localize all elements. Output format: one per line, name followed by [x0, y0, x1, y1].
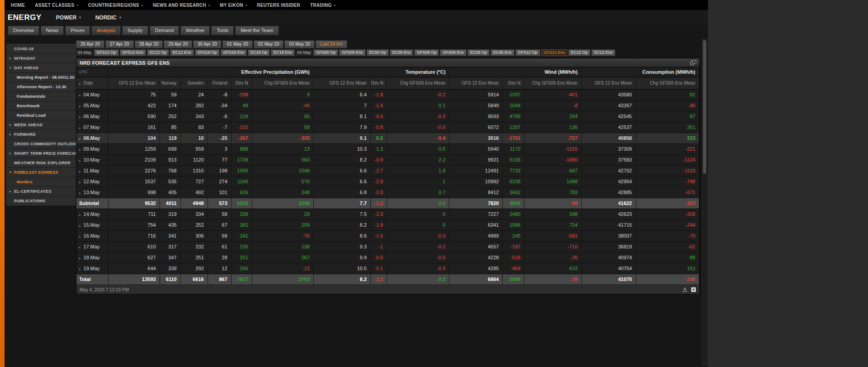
topnav-item-trading[interactable]: TRADING▾: [305, 0, 340, 10]
date-tab-27-apr-20[interactable]: 27 Apr 20: [105, 40, 134, 48]
column-header-gfs-12-ens-mean-10[interactable]: GFS 12 Ens Mean: [449, 77, 503, 89]
table-row-12-may[interactable]: ▸12.May153753572727411665766.6-2.9110992…: [76, 176, 699, 187]
column-header-gfs-12-ens-mean-1[interactable]: GFS 12 Ens Mean: [108, 77, 160, 89]
column-header-dev-n-8[interactable]: Dev N: [371, 77, 387, 89]
run-tab-ec18-op[interactable]: EC18 Op: [248, 49, 270, 56]
table-row-09-may[interactable]: ▸09.May125969955838881310.31.30.55940117…: [76, 143, 699, 154]
table-row-13-may[interactable]: ▸13.May9984054921016262486.8-2.80.784123…: [76, 187, 699, 198]
topnav-item-news-and-research[interactable]: NEWS AND RESEARCH▾: [148, 0, 215, 10]
topnav-item-my-eikon[interactable]: MY EIKON▾: [215, 0, 252, 10]
table-row-15-may[interactable]: ▸15.May754435252673812098.2-1.8063411596…: [76, 219, 699, 230]
date-tab-28-apr-20[interactable]: 28 Apr 20: [135, 40, 163, 48]
tab-news[interactable]: News: [41, 26, 64, 35]
popout-icon[interactable]: [690, 60, 696, 65]
column-header-dev-n-5[interactable]: Dev N: [231, 77, 252, 89]
header-menu-power[interactable]: POWER▾: [56, 14, 81, 21]
run-tab-gfs12-ens[interactable]: GFS12 Ens: [541, 49, 568, 56]
sidebar-item-el-certificates[interactable]: ▸EL-CERTIFICATES: [6, 187, 76, 196]
date-tab-26-apr-20[interactable]: 26 Apr 20: [76, 40, 104, 48]
table-row-16-may[interactable]: ▸16.May71634130668341-768.6-1.5-0.349892…: [76, 230, 699, 241]
sidebar-item-nordics[interactable]: Nordics: [6, 177, 76, 187]
run-tab-gfs06-op[interactable]: GFS06 Op: [414, 49, 439, 56]
sidebar-item-cross-commodity-outlook[interactable]: CROSS COMMODITY OUTLOOK: [6, 139, 76, 149]
column-header-gfs-12-ens-mean-13[interactable]: GFS 12 Ens Mean: [581, 77, 636, 89]
table-row-04-may[interactable]: ▸04.May755924-8-29896.4-1.8-0.259141097-…: [76, 89, 699, 100]
run-tab-ec06-ens[interactable]: EC06 Ens: [491, 49, 514, 56]
tab-supply[interactable]: Supply: [122, 26, 148, 35]
run-tab-gfs00-op[interactable]: GFS00 Op: [313, 49, 338, 56]
topnav-item-reuters-insider[interactable]: REUTERS INSIDER: [252, 0, 305, 10]
topnav-item-asset-classes[interactable]: ASSET CLASSES▾: [30, 0, 83, 10]
date-tab-02-may-20[interactable]: 02 May 20: [254, 40, 284, 48]
scrollbar-thumb[interactable]: [703, 40, 706, 174]
sidebar-item-weather-risk-explorer[interactable]: WEATHER RISK EXPLORER: [6, 158, 76, 168]
run-tab-gfs18-ens[interactable]: GFS18 Ens: [221, 49, 247, 56]
sidebar-item-covid-19[interactable]: COVID-19: [6, 44, 76, 54]
topnav-item-countries-regions[interactable]: COUNTRIES/REGIONS▾: [83, 0, 148, 10]
run-tab-ec12-ens[interactable]: EC12 Ens: [591, 49, 615, 56]
table-row-total[interactable]: Total1359361106616867762727638.2-1.20.26…: [76, 274, 699, 285]
run-tab-ec06-op[interactable]: EC06 Op: [467, 49, 490, 56]
sidebar-item-forecast-express[interactable]: ▾FORECAST EXPRESS: [6, 168, 76, 177]
sidebar-item-fundamentals[interactable]: Fundamentals: [6, 92, 76, 101]
tab-tools[interactable]: Tools: [211, 26, 234, 35]
sidebar-item-publications[interactable]: PUBLICATIONS: [6, 196, 76, 206]
sidebar-item-day-ahead[interactable]: ▾DAY AHEAD: [6, 63, 76, 73]
table-row-19-may[interactable]: ▸19.May64433929212266-1210.5-0.1-0.54285…: [76, 263, 699, 274]
sidebar-item-week-ahead[interactable]: ▸WEEK AHEAD: [6, 120, 76, 130]
tab-weather[interactable]: Weather: [180, 26, 210, 35]
run-tab-gfs12-op[interactable]: GFS12 Op: [515, 49, 540, 56]
run-tab-ec00-op[interactable]: EC00 Op: [367, 49, 389, 56]
column-header-chg-gfs06-ens-mean-9[interactable]: Chg GFS06 Ens Mean: [387, 77, 449, 89]
run-tab-ec12-ens[interactable]: EC12 Ens: [170, 49, 194, 56]
run-tab-gfs00-ens[interactable]: GFS00 Ens: [339, 49, 366, 56]
run-tab-ec00-ens[interactable]: EC00 Ens: [390, 49, 414, 56]
excel-export-icon[interactable]: [691, 287, 696, 292]
vertical-scrollbar[interactable]: [702, 38, 707, 366]
column-header-chg-gfs06-ens-mean-12[interactable]: Chg GFS06 Ens Mean: [524, 77, 581, 89]
table-row-subtotal[interactable]: Subtotal953240114948573581522087.7-1.20.…: [76, 198, 699, 209]
column-header-gfs-12-ens-mean-7[interactable]: GFS 12 Ens Mean: [314, 77, 371, 89]
sidebar-item-residual-load[interactable]: Residual Load: [6, 111, 76, 120]
table-row-17-may[interactable]: ▸17.May610317232612351389.3-1-0.24557-18…: [76, 241, 699, 252]
tab-analysis[interactable]: Analysis: [91, 26, 121, 35]
date-tab-last-24-hrs[interactable]: Last 24 hrs: [316, 40, 347, 48]
table-row-06-may[interactable]: ▸06.May590252343-6218658.1-0.4-0.2959347…: [76, 111, 699, 122]
run-tab-ec12-op[interactable]: EC12 Op: [147, 49, 169, 56]
date-tab-29-apr-20[interactable]: 29 Apr 20: [164, 40, 192, 48]
run-tab-gfs12-ens[interactable]: GFS12 Ens: [120, 49, 146, 56]
column-header-dev-n-11[interactable]: Dev N: [503, 77, 524, 89]
sidebar-item-afternoon-report-13-30[interactable]: Afternoon Report - 13.30: [6, 82, 76, 92]
topnav-item-home[interactable]: HOME: [6, 0, 30, 10]
date-tab-30-apr-20[interactable]: 30 Apr 20: [193, 40, 222, 48]
table-row-05-may[interactable]: ▸05.May422174282-3449-497-1.40.158491044…: [76, 100, 699, 111]
sidebar-item-morning-report-08-00-11-00[interactable]: Morning Report - 08.00/11.00: [6, 73, 76, 82]
table-row-11-may[interactable]: ▸11.May22767681310198190510486.6-2.71.81…: [76, 165, 699, 176]
sidebar-item-intraday[interactable]: ▸INTRADAY: [6, 54, 76, 63]
column-header-chg-gfs06-ens-mean-6[interactable]: Chg GFS06 Ens Mean: [252, 77, 313, 89]
sidebar-item-short-term-price-forecast[interactable]: ▸SHORT TERM PRICE FORECAST: [6, 149, 76, 158]
column-header-chg-gfs06-ens-mean-14[interactable]: Chg GFS06 Ens Mean: [636, 77, 699, 89]
run-tab-ec12-op[interactable]: EC12 Op: [568, 49, 590, 56]
sidebar-item-benchmark[interactable]: Benchmark: [6, 101, 76, 111]
table-row-10-may[interactable]: ▸10.May210991311207717385608.2-0.92.2992…: [76, 154, 699, 165]
column-header-finland-4[interactable]: Finland: [208, 77, 231, 89]
table-row-14-may[interactable]: ▸14.May71131933458338297.5-2.30722724803…: [76, 209, 699, 219]
tab-meet-the-team[interactable]: Meet the Team: [235, 26, 279, 35]
run-tab-ec18-ens[interactable]: EC18 Ens: [271, 49, 295, 56]
column-header-norway-2[interactable]: Norway: [160, 77, 180, 89]
date-tab-01-may-20[interactable]: 01 May 20: [222, 40, 253, 48]
table-row-18-may[interactable]: ▸18.May627347251282512679.9-0.5-0.54228-…: [76, 252, 699, 263]
sidebar-item-forward[interactable]: ▸FORWARD: [6, 130, 76, 139]
header-menu-nordic[interactable]: NORDIC▾: [95, 14, 121, 21]
column-header-sweden-3[interactable]: Sweden: [180, 77, 208, 89]
chart-download-icon[interactable]: [682, 287, 688, 292]
tab-demand[interactable]: Demand: [150, 26, 179, 35]
date-tab-03-may-20[interactable]: 03 May 20: [284, 40, 315, 48]
tab-overview[interactable]: Overview: [8, 26, 39, 35]
run-tab-gfs18-op[interactable]: GFS18 Op: [195, 49, 220, 56]
run-tab-gfs12-op[interactable]: GFS12 Op: [94, 49, 119, 56]
tab-prices[interactable]: Prices: [65, 26, 90, 35]
run-tab-gfs06-ens[interactable]: GFS06 Ens: [440, 49, 467, 56]
table-row-07-may[interactable]: ▸07.May1618583-7-210587.9-0.8-0.56072128…: [76, 122, 699, 133]
